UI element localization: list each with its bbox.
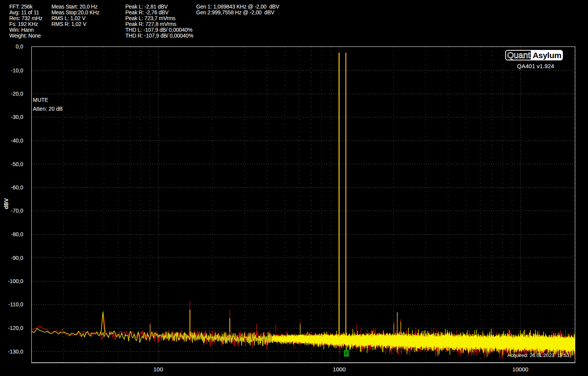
svg-text:F: F	[345, 350, 348, 356]
